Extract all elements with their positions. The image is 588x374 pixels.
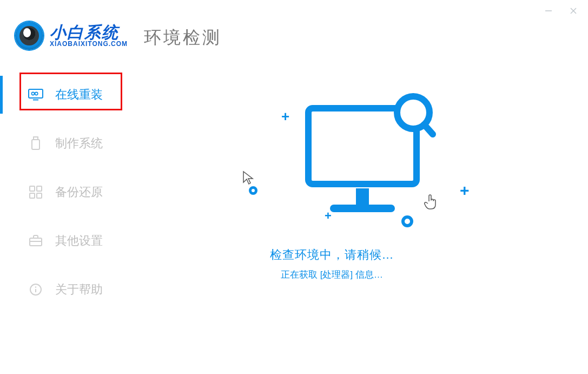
cursor-arrow-icon: [242, 170, 254, 188]
logo-icon: [15, 22, 43, 50]
sidebar-item-about-help[interactable]: 关于帮助: [0, 265, 130, 314]
sidebar-item-backup-restore[interactable]: 备份还原: [0, 168, 130, 216]
sidebar-item-label: 在线重装: [55, 87, 103, 103]
svg-line-22: [424, 124, 433, 134]
svg-rect-9: [30, 186, 35, 191]
svg-point-16: [35, 286, 36, 287]
decor-plus-icon: +: [281, 108, 289, 125]
decor-ring-icon: [401, 215, 413, 227]
cursor-hand-icon: [424, 194, 438, 212]
briefcase-icon: [28, 234, 43, 247]
svg-point-4: [31, 92, 34, 95]
status-line1: 检查环境中，请稍候…: [141, 247, 523, 263]
decor-plus-icon: +: [460, 181, 470, 200]
status-block: 检查环境中，请稍候… 正在获取 [处理器] 信息…: [141, 247, 523, 281]
status-line2: 正在获取 [处理器] 信息…: [141, 268, 523, 281]
logo-text-en: XIAOBAIXITONG.COM: [50, 41, 128, 48]
usb-icon: [28, 137, 43, 150]
svg-rect-10: [37, 186, 42, 191]
svg-point-5: [35, 92, 38, 95]
app-logo: 小白系统 XIAOBAIXITONG.COM: [15, 22, 128, 50]
sidebar: 在线重装 制作系统 备份还原 其他设置 关于帮助: [0, 70, 130, 314]
sidebar-item-label: 关于帮助: [55, 281, 103, 298]
sidebar-item-label: 其他设置: [55, 233, 103, 249]
svg-rect-20: [330, 205, 395, 212]
sidebar-item-other-settings[interactable]: 其他设置: [0, 216, 130, 265]
grid-icon: [28, 186, 43, 199]
svg-rect-11: [30, 193, 35, 198]
app-window: { "app": { "logo_cn": "小白系统", "logo_en":…: [0, 0, 588, 374]
logo-text-cn: 小白系统: [50, 24, 128, 41]
sidebar-item-online-reinstall[interactable]: 在线重装: [0, 70, 130, 119]
svg-rect-8: [32, 140, 39, 149]
sidebar-item-label: 制作系统: [55, 135, 103, 152]
content-area: + + + 检查环境中，请稍候… 正在获取 [处理器] 信息…: [141, 76, 588, 374]
window-titlebar: [544, 0, 588, 22]
svg-rect-3: [29, 89, 43, 98]
sidebar-item-label: 备份还原: [55, 184, 103, 200]
minimize-button[interactable]: [544, 6, 553, 16]
screen-gear-icon: [28, 88, 43, 101]
page-title: 环境检测: [144, 26, 222, 50]
scan-illustration: [303, 103, 433, 216]
info-icon: [28, 283, 43, 296]
decor-plus-icon: +: [325, 209, 332, 223]
close-button[interactable]: [569, 6, 578, 16]
svg-rect-19: [356, 188, 369, 205]
sidebar-item-make-system[interactable]: 制作系统: [0, 119, 130, 168]
svg-rect-12: [37, 193, 42, 198]
